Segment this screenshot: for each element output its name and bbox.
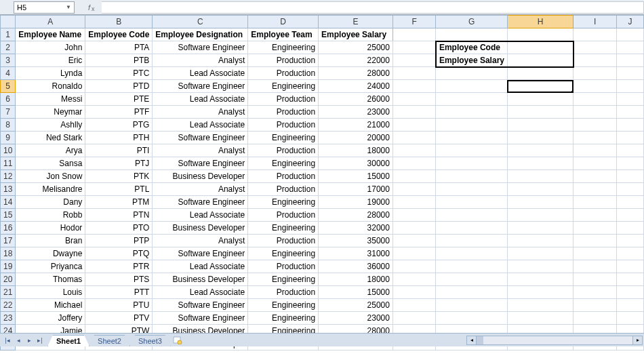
row-header[interactable]: 15 bbox=[1, 209, 16, 222]
cell-C1[interactable]: Employee Designation bbox=[153, 28, 248, 41]
cell-F17[interactable] bbox=[393, 235, 435, 247]
cell-C21[interactable]: Lead Associate bbox=[153, 286, 248, 299]
cell-H3[interactable] bbox=[507, 54, 573, 67]
cell-D6[interactable]: Production bbox=[248, 93, 319, 106]
cell-C8[interactable]: Lead Associate bbox=[153, 119, 248, 132]
cell-F13[interactable] bbox=[393, 183, 435, 196]
row-header[interactable]: 20 bbox=[1, 273, 16, 286]
cell-E14[interactable]: 19000 bbox=[319, 196, 393, 209]
cell-H19[interactable] bbox=[507, 260, 573, 273]
cell-A6[interactable]: Messi bbox=[16, 93, 85, 106]
cell-C13[interactable]: Analyst bbox=[153, 183, 248, 196]
cell-G2[interactable]: Employee Code bbox=[436, 41, 508, 54]
cell-I5[interactable] bbox=[573, 80, 616, 93]
cell-I7[interactable] bbox=[573, 106, 616, 119]
cell-F23[interactable] bbox=[393, 312, 435, 325]
cell-H16[interactable] bbox=[507, 222, 573, 235]
insert-sheet-icon[interactable] bbox=[170, 334, 185, 346]
cell-D9[interactable]: Engineering bbox=[248, 132, 319, 144]
cell-F5[interactable] bbox=[393, 80, 435, 93]
cell-F6[interactable] bbox=[393, 93, 435, 106]
col-header-F[interactable]: F bbox=[393, 16, 435, 28]
cell-I10[interactable] bbox=[573, 144, 616, 157]
cell-J21[interactable] bbox=[616, 286, 643, 299]
cell-H23[interactable] bbox=[507, 312, 573, 325]
col-header-I[interactable]: I bbox=[573, 16, 616, 28]
cell-G16[interactable] bbox=[436, 222, 508, 235]
cell-B7[interactable]: PTF bbox=[85, 106, 153, 119]
cell-J20[interactable] bbox=[616, 273, 643, 286]
cell-I22[interactable] bbox=[573, 299, 616, 312]
cell-I13[interactable] bbox=[573, 183, 616, 196]
cell-G5[interactable] bbox=[436, 80, 508, 93]
cell-F2[interactable] bbox=[393, 41, 435, 54]
scroll-right-icon[interactable]: ▸ bbox=[632, 336, 642, 344]
cell-C11[interactable]: Software Engineer bbox=[153, 157, 248, 170]
cell-D7[interactable]: Production bbox=[248, 106, 319, 119]
cell-C14[interactable]: Software Engineer bbox=[153, 196, 248, 209]
cell-F12[interactable] bbox=[393, 170, 435, 183]
cell-B11[interactable]: PTJ bbox=[85, 157, 153, 170]
cell-A21[interactable]: Louis bbox=[16, 286, 85, 299]
name-box[interactable]: H5 ▼ bbox=[14, 1, 75, 14]
cell-J16[interactable] bbox=[616, 222, 643, 235]
cell-F15[interactable] bbox=[393, 209, 435, 222]
cell-A16[interactable]: Hodor bbox=[16, 222, 85, 235]
cell-B21[interactable]: PTT bbox=[85, 286, 153, 299]
cell-A15[interactable]: Robb bbox=[16, 209, 85, 222]
cell-G8[interactable] bbox=[436, 119, 508, 132]
row-header[interactable]: 7 bbox=[1, 106, 16, 119]
cell-D16[interactable]: Engineering bbox=[248, 222, 319, 235]
cell-F4[interactable] bbox=[393, 67, 435, 80]
cell-E2[interactable]: 25000 bbox=[319, 41, 393, 54]
cell-I20[interactable] bbox=[573, 273, 616, 286]
cell-D22[interactable]: Engineering bbox=[248, 299, 319, 312]
cell-B13[interactable]: PTL bbox=[85, 183, 153, 196]
row-header[interactable]: 17 bbox=[1, 235, 16, 247]
cell-A14[interactable]: Dany bbox=[16, 196, 85, 209]
cell-H10[interactable] bbox=[507, 144, 573, 157]
chevron-down-icon[interactable]: ▼ bbox=[66, 4, 71, 10]
sheet-tab-2[interactable]: Sheet2 bbox=[89, 335, 130, 346]
row-header[interactable]: 12 bbox=[1, 170, 16, 183]
cell-F11[interactable] bbox=[393, 157, 435, 170]
row-header[interactable]: 8 bbox=[1, 119, 16, 132]
cell-C19[interactable]: Lead Associate bbox=[153, 260, 248, 273]
cell-A1[interactable]: Employee Name bbox=[16, 28, 85, 41]
cell-C22[interactable]: Software Engineer bbox=[153, 299, 248, 312]
cell-B8[interactable]: PTG bbox=[85, 119, 153, 132]
cell-B15[interactable]: PTN bbox=[85, 209, 153, 222]
cell-G17[interactable] bbox=[436, 235, 508, 247]
cell-B1[interactable]: Employee Code bbox=[85, 28, 153, 41]
cell-F9[interactable] bbox=[393, 132, 435, 144]
cell-H8[interactable] bbox=[507, 119, 573, 132]
cell-I14[interactable] bbox=[573, 196, 616, 209]
cell-A19[interactable]: Priyanca bbox=[16, 260, 85, 273]
cell-I11[interactable] bbox=[573, 157, 616, 170]
cell-I15[interactable] bbox=[573, 209, 616, 222]
cell-I3[interactable] bbox=[573, 54, 616, 67]
cell-G22[interactable] bbox=[436, 299, 508, 312]
cell-E17[interactable]: 35000 bbox=[319, 235, 393, 247]
cell-G21[interactable] bbox=[436, 286, 508, 299]
cell-E23[interactable]: 23000 bbox=[319, 312, 393, 325]
cell-D17[interactable]: Production bbox=[248, 235, 319, 247]
row-header[interactable]: 16 bbox=[1, 222, 16, 235]
cell-E21[interactable]: 15000 bbox=[319, 286, 393, 299]
cell-B14[interactable]: PTM bbox=[85, 196, 153, 209]
cell-E1[interactable]: Employee Salary bbox=[319, 28, 393, 41]
cell-A7[interactable]: Neymar bbox=[16, 106, 85, 119]
cell-H6[interactable] bbox=[507, 93, 573, 106]
cell-A5[interactable]: Ronaldo bbox=[16, 80, 85, 93]
cell-D19[interactable]: Production bbox=[248, 260, 319, 273]
cell-E22[interactable]: 25000 bbox=[319, 299, 393, 312]
row-header[interactable]: 19 bbox=[1, 260, 16, 273]
cell-F22[interactable] bbox=[393, 299, 435, 312]
cell-D4[interactable]: Production bbox=[248, 67, 319, 80]
cell-G10[interactable] bbox=[436, 144, 508, 157]
row-header[interactable]: 14 bbox=[1, 196, 16, 209]
cell-H7[interactable] bbox=[507, 106, 573, 119]
cell-C4[interactable]: Lead Associate bbox=[153, 67, 248, 80]
cell-A10[interactable]: Arya bbox=[16, 144, 85, 157]
cell-C16[interactable]: Business Developer bbox=[153, 222, 248, 235]
